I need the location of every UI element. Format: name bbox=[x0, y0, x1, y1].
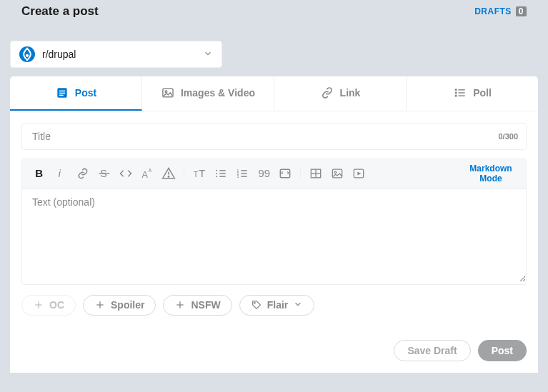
tab-link-label: Link bbox=[340, 87, 361, 99]
svg-text:i: i bbox=[59, 168, 61, 179]
spoiler-tag-button[interactable]: Spoiler bbox=[83, 295, 156, 316]
oc-tag-button: OC bbox=[21, 295, 76, 316]
tab-poll-label: Poll bbox=[473, 87, 492, 99]
plus-icon bbox=[174, 299, 186, 311]
svg-text:A: A bbox=[142, 170, 149, 180]
save-draft-button[interactable]: Save Draft bbox=[394, 340, 470, 361]
svg-text:3: 3 bbox=[237, 174, 239, 179]
editor-toolbar: B i S AA bbox=[22, 159, 526, 189]
flair-tag-label: Flair bbox=[267, 299, 289, 311]
body-textarea[interactable] bbox=[22, 189, 526, 282]
svg-point-6 bbox=[165, 91, 167, 93]
svg-marker-44 bbox=[357, 172, 361, 176]
nsfw-tag-button[interactable]: NSFW bbox=[163, 295, 231, 316]
svg-point-24 bbox=[216, 170, 217, 171]
oc-tag-label: OC bbox=[49, 299, 64, 311]
image-button[interactable] bbox=[327, 163, 348, 184]
flair-tag-button[interactable]: Flair bbox=[239, 295, 315, 316]
svg-rect-4 bbox=[59, 95, 64, 96]
page-title: Create a post bbox=[21, 4, 99, 19]
svg-point-51 bbox=[254, 303, 255, 304]
svg-rect-3 bbox=[59, 93, 65, 94]
svg-point-7 bbox=[455, 89, 457, 91]
svg-point-25 bbox=[216, 173, 217, 174]
drafts-count-badge: 0 bbox=[516, 6, 527, 16]
svg-point-0 bbox=[26, 54, 29, 57]
post-submit-label: Post bbox=[492, 345, 513, 356]
svg-text:T: T bbox=[194, 170, 199, 179]
post-editor-card: Post Images & Video Link Poll 0/300 B bbox=[10, 76, 538, 373]
spoiler-button[interactable] bbox=[158, 163, 179, 184]
link-button[interactable] bbox=[72, 163, 94, 184]
tab-post-label: Post bbox=[75, 87, 96, 99]
video-button[interactable] bbox=[348, 163, 369, 184]
quote-button[interactable]: 99 bbox=[253, 163, 274, 184]
tag-icon bbox=[251, 299, 262, 311]
svg-text:B: B bbox=[35, 167, 43, 179]
chevron-down-icon bbox=[293, 299, 303, 311]
composer-actions: Save Draft Post bbox=[21, 340, 527, 361]
community-name: r/drupal bbox=[42, 49, 203, 60]
title-input[interactable] bbox=[21, 123, 527, 150]
nsfw-tag-label: NSFW bbox=[191, 299, 220, 311]
bold-button[interactable]: B bbox=[29, 163, 51, 184]
svg-text:99: 99 bbox=[259, 167, 271, 179]
svg-point-21 bbox=[168, 176, 169, 178]
svg-text:T: T bbox=[199, 167, 205, 179]
svg-text:A: A bbox=[149, 169, 152, 174]
svg-point-9 bbox=[455, 95, 457, 96]
tab-images-label: Images & Video bbox=[181, 87, 255, 99]
svg-rect-41 bbox=[332, 170, 342, 179]
plus-icon bbox=[94, 299, 106, 311]
create-post-header: Create a post DRAFTS 0 bbox=[10, 0, 538, 29]
svg-point-42 bbox=[334, 171, 337, 174]
title-char-counter: 0/300 bbox=[498, 132, 518, 141]
strikethrough-button[interactable]: S bbox=[94, 163, 115, 184]
tab-images-video[interactable]: Images & Video bbox=[142, 76, 274, 111]
svg-point-26 bbox=[216, 176, 217, 178]
table-button[interactable] bbox=[305, 163, 327, 184]
drafts-label: DRAFTS bbox=[474, 6, 512, 16]
community-icon bbox=[19, 46, 35, 62]
svg-point-8 bbox=[455, 92, 457, 94]
community-selector[interactable]: r/drupal bbox=[10, 41, 222, 68]
spoiler-tag-label: Spoiler bbox=[111, 299, 144, 311]
superscript-button[interactable]: AA bbox=[136, 163, 158, 184]
toolbar-separator bbox=[184, 167, 184, 180]
tab-link[interactable]: Link bbox=[274, 76, 407, 111]
save-draft-label: Save Draft bbox=[407, 345, 457, 356]
drafts-link[interactable]: DRAFTS 0 bbox=[474, 6, 527, 16]
italic-button[interactable]: i bbox=[51, 163, 72, 184]
heading-button[interactable]: TT bbox=[189, 163, 210, 184]
post-tags-row: OC Spoiler NSFW Flair bbox=[21, 295, 527, 316]
chevron-down-icon bbox=[203, 49, 213, 61]
title-field-wrapper: 0/300 bbox=[21, 123, 527, 150]
tab-poll[interactable]: Poll bbox=[407, 76, 538, 111]
markdown-mode-toggle[interactable]: Markdown Mode bbox=[463, 162, 519, 186]
bulleted-list-button[interactable] bbox=[210, 163, 231, 184]
toolbar-separator bbox=[300, 167, 301, 180]
composer-tabs: Post Images & Video Link Poll bbox=[10, 76, 538, 111]
inline-code-button[interactable] bbox=[115, 163, 136, 184]
editor-box: B i S AA bbox=[21, 159, 527, 285]
code-block-button[interactable] bbox=[274, 163, 296, 184]
plus-icon bbox=[33, 299, 44, 311]
svg-rect-2 bbox=[59, 91, 65, 92]
post-submit-button[interactable]: Post bbox=[478, 340, 527, 361]
numbered-list-button[interactable]: 123 bbox=[231, 163, 253, 184]
tab-post[interactable]: Post bbox=[10, 76, 142, 111]
